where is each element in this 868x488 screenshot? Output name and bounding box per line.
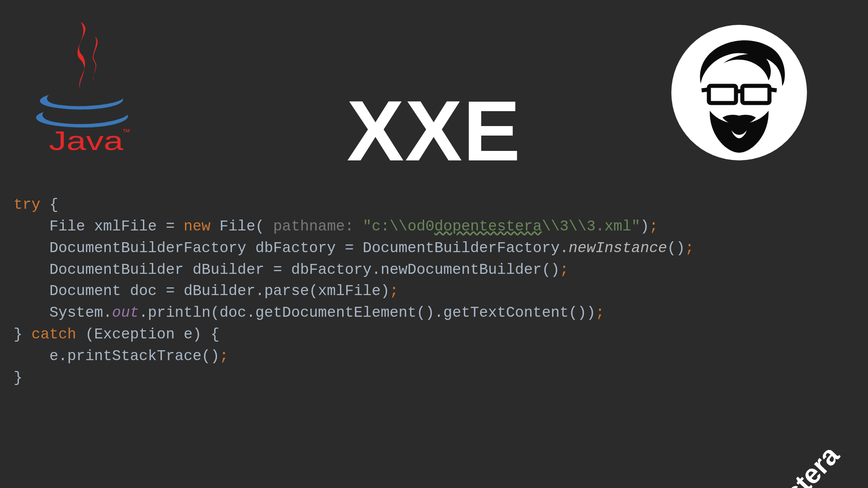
hashtag-watermark: #od0dopentestera [663,440,845,488]
java-logo: Java ™ [27,18,136,154]
svg-text:™: ™ [122,127,130,136]
svg-line-5 [702,89,709,90]
java-wordmark: Java [49,127,123,154]
avatar-logo [669,23,809,163]
page-title: XXE [347,81,521,180]
code-snippet: try { File xmlFile = new File( pathname:… [14,194,694,389]
svg-line-6 [769,89,777,90]
